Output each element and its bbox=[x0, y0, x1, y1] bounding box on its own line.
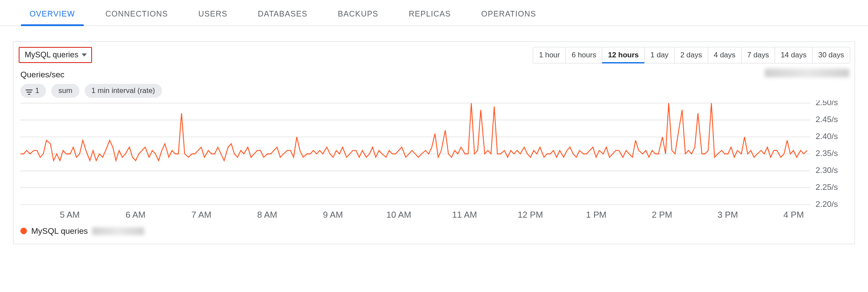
chevron-down-icon bbox=[82, 53, 87, 56]
time-range-4-days[interactable]: 4 days bbox=[708, 47, 742, 63]
metric-selector-label: MySQL queries bbox=[25, 50, 78, 60]
svg-text:2.20/s: 2.20/s bbox=[815, 199, 838, 209]
chart-legend: MySQL queries bbox=[20, 226, 850, 236]
svg-text:2.30/s: 2.30/s bbox=[815, 166, 838, 175]
svg-text:5 AM: 5 AM bbox=[60, 210, 80, 219]
svg-text:2.45/s: 2.45/s bbox=[815, 115, 838, 124]
svg-text:10 AM: 10 AM bbox=[386, 210, 411, 219]
chip-aggregation-label: sum bbox=[58, 86, 72, 95]
time-range-7-days[interactable]: 7 days bbox=[741, 47, 775, 63]
tab-overview[interactable]: OVERVIEW bbox=[25, 10, 79, 26]
tab-backups[interactable]: BACKUPS bbox=[333, 10, 383, 26]
chart-y-axis-title: Queries/sec bbox=[20, 70, 850, 80]
svg-text:8 AM: 8 AM bbox=[257, 210, 277, 219]
tab-replicas[interactable]: REPLICAS bbox=[404, 10, 455, 26]
chip-filter-count: 1 bbox=[35, 86, 39, 95]
filter-icon bbox=[26, 88, 33, 93]
legend-dot-icon bbox=[20, 228, 27, 234]
tab-users[interactable]: USERS bbox=[194, 10, 232, 26]
time-range-1-hour[interactable]: 1 hour bbox=[533, 47, 566, 63]
legend-series-label: MySQL queries bbox=[31, 226, 88, 236]
time-range-12-hours[interactable]: 12 hours bbox=[602, 47, 645, 63]
tab-databases[interactable]: DATABASES bbox=[254, 10, 312, 26]
svg-text:1 PM: 1 PM bbox=[586, 210, 607, 219]
time-range-30-days[interactable]: 30 days bbox=[812, 47, 850, 63]
svg-text:12 PM: 12 PM bbox=[518, 210, 543, 219]
chart-chips: 1 sum 1 min interval (rate) bbox=[20, 84, 850, 98]
svg-text:2 PM: 2 PM bbox=[652, 210, 672, 219]
svg-text:4 PM: 4 PM bbox=[783, 210, 804, 219]
chip-filter[interactable]: 1 bbox=[20, 84, 46, 98]
svg-text:7 AM: 7 AM bbox=[191, 210, 211, 219]
svg-text:2.25/s: 2.25/s bbox=[815, 182, 838, 192]
svg-text:2.40/s: 2.40/s bbox=[815, 132, 838, 141]
metric-selector[interactable]: MySQL queries bbox=[19, 47, 92, 63]
time-range-2-days[interactable]: 2 days bbox=[674, 47, 708, 63]
chip-interval[interactable]: 1 min interval (rate) bbox=[85, 84, 162, 98]
chart: 2.50/s2.45/s2.40/s2.35/s2.30/s2.25/s2.20… bbox=[20, 100, 848, 221]
metric-chart-card: MySQL queries 1 hour6 hours12 hours1 day… bbox=[13, 41, 855, 244]
redacted-instance-id bbox=[765, 69, 849, 77]
tab-bar: OVERVIEWCONNECTIONSUSERSDATABASESBACKUPS… bbox=[0, 0, 868, 26]
svg-text:9 AM: 9 AM bbox=[323, 210, 343, 219]
svg-text:2.35/s: 2.35/s bbox=[815, 149, 838, 158]
svg-text:2.50/s: 2.50/s bbox=[815, 100, 838, 107]
tab-connections[interactable]: CONNECTIONS bbox=[101, 10, 172, 26]
svg-text:11 AM: 11 AM bbox=[452, 210, 477, 219]
svg-text:6 AM: 6 AM bbox=[125, 210, 145, 219]
svg-text:3 PM: 3 PM bbox=[718, 210, 738, 219]
time-range-group: 1 hour6 hours12 hours1 day2 days4 days7 … bbox=[533, 47, 850, 63]
time-range-1-day[interactable]: 1 day bbox=[644, 47, 675, 63]
chip-interval-label: 1 min interval (rate) bbox=[92, 86, 155, 95]
tab-operations[interactable]: OPERATIONS bbox=[477, 10, 541, 26]
chip-aggregation[interactable]: sum bbox=[51, 84, 79, 98]
chart-svg: 2.50/s2.45/s2.40/s2.35/s2.30/s2.25/s2.20… bbox=[20, 100, 848, 221]
time-range-6-hours[interactable]: 6 hours bbox=[565, 47, 602, 63]
time-range-14-days[interactable]: 14 days bbox=[775, 47, 813, 63]
redacted-legend-suffix bbox=[92, 227, 144, 235]
